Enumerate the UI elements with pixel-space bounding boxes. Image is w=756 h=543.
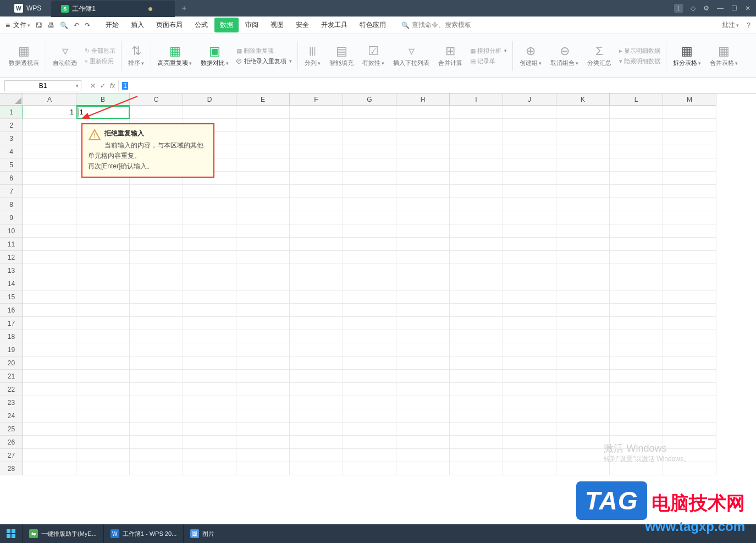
cell-A12[interactable] [23,251,76,264]
col-header-B[interactable]: B [76,94,130,106]
cell-D21[interactable] [183,370,236,383]
cell-I21[interactable] [450,370,503,383]
cell-L22[interactable] [610,383,663,396]
minimize-button[interactable]: — [717,4,724,12]
cell-E25[interactable] [236,423,290,436]
cell-B15[interactable] [76,290,130,304]
cell-F24[interactable] [290,409,343,423]
cell-I14[interactable] [450,277,503,290]
cell-C13[interactable] [130,264,183,277]
cell-J17[interactable] [503,317,556,330]
cell-E6[interactable] [236,172,290,185]
cell-J25[interactable] [503,423,556,436]
maximize-button[interactable]: ☐ [731,4,737,12]
cell-I24[interactable] [450,409,503,423]
tab-view[interactable]: 视图 [265,18,289,32]
cell-G7[interactable] [343,185,396,198]
app-tab[interactable]: W WPS [0,0,51,17]
cell-C10[interactable] [130,224,183,238]
cell-F21[interactable] [290,370,343,383]
cell-K24[interactable] [556,409,610,423]
cell-J7[interactable] [503,185,556,198]
cell-J6[interactable] [503,172,556,185]
cell-I22[interactable] [450,383,503,396]
cell-F22[interactable] [290,383,343,396]
cell-I9[interactable] [450,211,503,224]
row-header-19[interactable]: 19 [0,343,23,356]
file-menu[interactable]: 文件 [13,20,30,30]
cell-D12[interactable] [183,251,236,264]
cell-B10[interactable] [76,224,130,238]
print-preview-icon[interactable]: 🔍 [60,21,68,29]
tab-special[interactable]: 特色应用 [354,18,391,32]
cell-G6[interactable] [343,172,396,185]
cell-D15[interactable] [183,290,236,304]
cell-K25[interactable] [556,423,610,436]
cell-H26[interactable] [396,436,450,449]
cell-C22[interactable] [130,383,183,396]
cell-A7[interactable] [23,185,76,198]
taskbar-item-image[interactable]: 🖼 图片 [183,524,221,543]
cell-F25[interactable] [290,423,343,436]
cell-K2[interactable] [556,119,610,132]
cell-F28[interactable] [290,462,343,475]
cell-K16[interactable] [556,304,610,317]
cell-G13[interactable] [343,264,396,277]
tab-data[interactable]: 数据 [214,18,239,32]
cell-M20[interactable] [663,356,716,370]
row-header-12[interactable]: 12 [0,251,23,264]
tab-review[interactable]: 审阅 [240,18,264,32]
select-all-corner[interactable] [0,94,23,106]
cell-I20[interactable] [450,356,503,370]
showdetail-button[interactable]: ▸ 显示明细数据 [619,47,660,55]
cell-L16[interactable] [610,304,663,317]
annotate-button[interactable]: 批注 [722,20,739,30]
cell-E11[interactable] [236,238,290,251]
cell-K13[interactable] [556,264,610,277]
col-header-C[interactable]: C [130,94,183,106]
cell-H27[interactable] [396,449,450,462]
tab-layout[interactable]: 页面布局 [151,18,188,32]
cell-H7[interactable] [396,185,450,198]
cell-E8[interactable] [236,198,290,211]
cell-L3[interactable] [610,132,663,145]
cell-J3[interactable] [503,132,556,145]
cell-H13[interactable] [396,264,450,277]
cell-B7[interactable] [76,185,130,198]
cell-M14[interactable] [663,277,716,290]
help-icon[interactable]: ? [747,21,751,29]
cell-J10[interactable] [503,224,556,238]
cell-E10[interactable] [236,224,290,238]
cell-B27[interactable] [76,449,130,462]
cell-F20[interactable] [290,356,343,370]
cell-B20[interactable] [76,356,130,370]
cell-B14[interactable] [76,277,130,290]
cell-M8[interactable] [663,198,716,211]
cell-J24[interactable] [503,409,556,423]
cell-M16[interactable] [663,304,716,317]
cell-D9[interactable] [183,211,236,224]
row-header-4[interactable]: 4 [0,145,23,158]
cell-J27[interactable] [503,449,556,462]
col-header-J[interactable]: J [503,94,556,106]
settings-gear-icon[interactable]: ⚙ [703,4,709,12]
cell-C7[interactable] [130,185,183,198]
cell-G9[interactable] [343,211,396,224]
reapply-button[interactable]: ▿ 重新应用 [85,57,115,65]
cell-H28[interactable] [396,462,450,475]
cell-A24[interactable] [23,409,76,423]
cell-K8[interactable] [556,198,610,211]
cell-A23[interactable] [23,396,76,409]
cell-M23[interactable] [663,396,716,409]
cell-L28[interactable] [610,462,663,475]
cell-I15[interactable] [450,290,503,304]
cell-C15[interactable] [130,290,183,304]
cell-G1[interactable] [343,106,396,119]
document-tab[interactable]: S 工作簿1 ● [51,1,175,17]
cell-G10[interactable] [343,224,396,238]
cell-E4[interactable] [236,145,290,158]
cell-M22[interactable] [663,383,716,396]
cell-H20[interactable] [396,356,450,370]
cell-H17[interactable] [396,317,450,330]
cell-C18[interactable] [130,330,183,343]
